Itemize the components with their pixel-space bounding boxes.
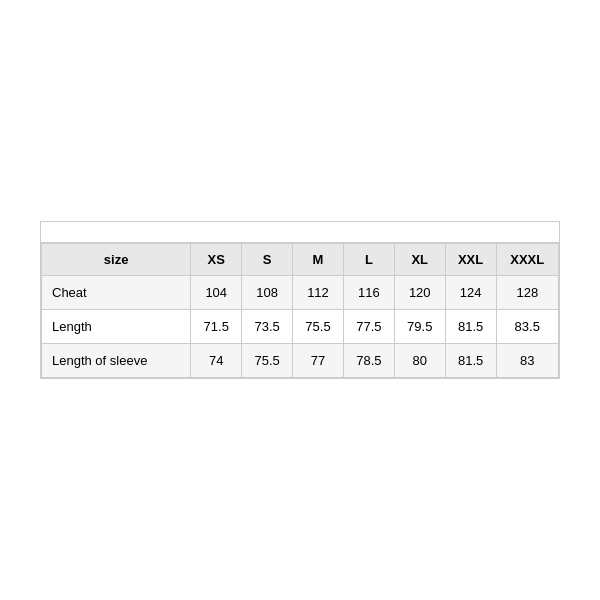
cell-2-4: 80: [394, 344, 445, 378]
row-label-1: Length: [42, 310, 191, 344]
cell-0-6: 128: [496, 276, 558, 310]
cell-0-4: 120: [394, 276, 445, 310]
cell-1-0: 71.5: [191, 310, 242, 344]
table-row: Length of sleeve7475.57778.58081.583: [42, 344, 559, 378]
cell-0-3: 116: [343, 276, 394, 310]
header-xxl: XXL: [445, 244, 496, 276]
header-l: L: [343, 244, 394, 276]
size-table: sizeXSSMLXLXXLXXXL Cheat1041081121161201…: [41, 243, 559, 378]
table-body: Cheat104108112116120124128Length71.573.5…: [42, 276, 559, 378]
row-label-0: Cheat: [42, 276, 191, 310]
cell-1-4: 79.5: [394, 310, 445, 344]
header-xxxl: XXXL: [496, 244, 558, 276]
cell-1-6: 83.5: [496, 310, 558, 344]
cell-0-2: 112: [293, 276, 344, 310]
cell-0-0: 104: [191, 276, 242, 310]
header-size: size: [42, 244, 191, 276]
cell-0-5: 124: [445, 276, 496, 310]
table-title: [41, 222, 559, 243]
cell-2-6: 83: [496, 344, 558, 378]
cell-2-3: 78.5: [343, 344, 394, 378]
header-xl: XL: [394, 244, 445, 276]
header-m: M: [293, 244, 344, 276]
row-label-2: Length of sleeve: [42, 344, 191, 378]
header-s: S: [242, 244, 293, 276]
cell-0-1: 108: [242, 276, 293, 310]
cell-1-5: 81.5: [445, 310, 496, 344]
cell-2-2: 77: [293, 344, 344, 378]
cell-2-1: 75.5: [242, 344, 293, 378]
cell-1-2: 75.5: [293, 310, 344, 344]
cell-2-0: 74: [191, 344, 242, 378]
table-row: Length71.573.575.577.579.581.583.5: [42, 310, 559, 344]
cell-1-3: 77.5: [343, 310, 394, 344]
table-header-row: sizeXSSMLXLXXLXXXL: [42, 244, 559, 276]
table-row: Cheat104108112116120124128: [42, 276, 559, 310]
header-xs: XS: [191, 244, 242, 276]
cell-1-1: 73.5: [242, 310, 293, 344]
cell-2-5: 81.5: [445, 344, 496, 378]
size-chart-container: sizeXSSMLXLXXLXXXL Cheat1041081121161201…: [40, 221, 560, 379]
